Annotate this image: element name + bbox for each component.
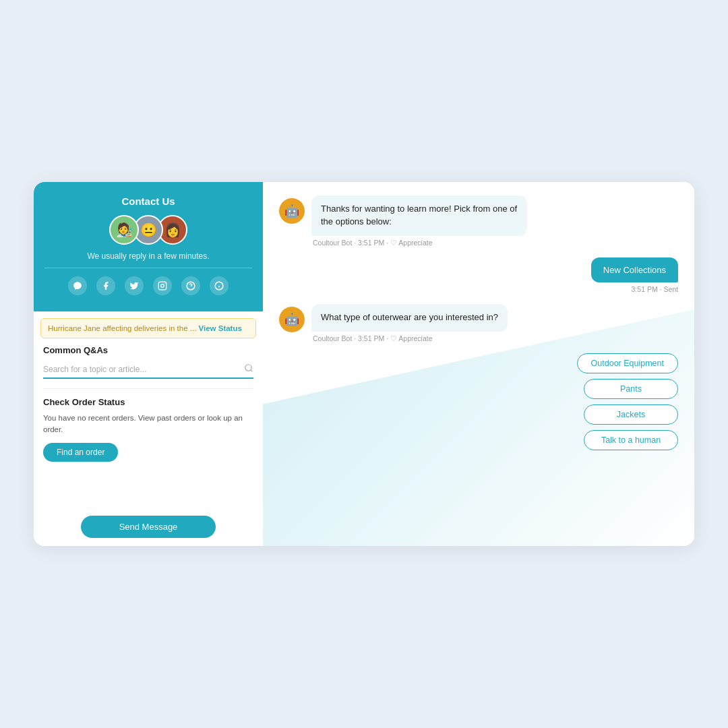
bot-bubble-wrap-1: Thanks for wanting to learn more! Pick f… [311,195,527,247]
header-divider [44,268,252,268]
svg-point-1 [161,284,164,288]
qa-section-title: Common Q&As [43,345,253,355]
user-meta: 3:51 PM · Sent [632,285,678,293]
bot-meta-text-1: Coultour Bot · 3:51 PM · ♡ Appreciate [313,239,433,247]
find-order-button[interactable]: Find an order [43,443,118,462]
bot-message-row-1: 🤖 Thanks for wanting to learn more! Pick… [279,195,678,247]
order-description: You have no recent orders. View past ord… [43,413,253,436]
order-section: Check Order Status You have no recent or… [43,388,253,462]
info-icon[interactable] [210,276,229,295]
bot-message-row-2: 🤖 What type of outerwear are you interes… [279,304,678,342]
avatar-1: 🧑‍🎨 [109,215,139,245]
messenger-icon[interactable] [68,276,87,295]
twitter-icon[interactable] [125,276,144,295]
social-icons-row [44,276,252,295]
option-jackets[interactable]: Jackets [584,404,678,425]
left-panel: Contact Us 🧑‍🎨 😐 👩 We usually reply in a… [34,182,263,546]
alert-text: Hurricane Jane affecting deliveries in t… [48,324,196,332]
svg-rect-0 [158,282,166,290]
bot-bubble-wrap-2: What type of outerwear are you intereste… [311,304,508,342]
option-pants[interactable]: Pants [584,379,678,399]
right-panel: 🤖 Thanks for wanting to learn more! Pick… [263,182,694,546]
contact-title: Contact Us [44,195,252,207]
bot-meta-2: Coultour Bot · 3:51 PM · ♡ Appreciate [311,334,508,342]
svg-point-2 [164,283,165,284]
help-icon[interactable] [181,276,200,295]
instagram-icon[interactable] [153,276,172,295]
bot-avatar-1: 🤖 [279,198,305,224]
options-row: Outdoor Equipment Pants Jackets Talk to … [279,353,678,450]
svg-point-8 [245,365,251,371]
order-section-title: Check Order Status [43,397,253,407]
search-input[interactable] [43,365,244,374]
bot-avatar-2: 🤖 [279,307,305,332]
panel-body: Common Q&As Check Order Status You have … [34,338,263,510]
avatars: 🧑‍🎨 😐 👩 [44,215,252,245]
search-button[interactable] [244,363,253,375]
view-status-link[interactable]: View Status [199,324,242,332]
option-outdoor-equipment[interactable]: Outdoor Equipment [577,353,678,373]
chat-area: 🤖 Thanks for wanting to learn more! Pick… [279,195,678,450]
facebook-icon[interactable] [96,276,115,295]
user-message-row: New Collections 3:51 PM · Sent [279,257,678,293]
bot-bubble-1: Thanks for wanting to learn more! Pick f… [311,195,527,236]
reply-text: We usually reply in a few minutes. [44,251,252,261]
option-talk-to-human[interactable]: Talk to a human [584,430,678,450]
svg-line-9 [251,370,253,372]
user-bubble: New Collections [591,257,678,282]
alert-banner: Hurricane Jane affecting deliveries in t… [40,318,256,338]
bot-meta-text-2: Coultour Bot · 3:51 PM · ♡ Appreciate [313,334,433,342]
bot-meta-1: Coultour Bot · 3:51 PM · ♡ Appreciate [311,239,527,247]
main-container: Contact Us 🧑‍🎨 😐 👩 We usually reply in a… [34,182,694,546]
send-message-button[interactable]: Send Message [81,516,216,538]
search-box [43,361,253,379]
contact-header: Contact Us 🧑‍🎨 😐 👩 We usually reply in a… [34,182,263,311]
bot-bubble-2: What type of outerwear are you intereste… [311,304,508,332]
